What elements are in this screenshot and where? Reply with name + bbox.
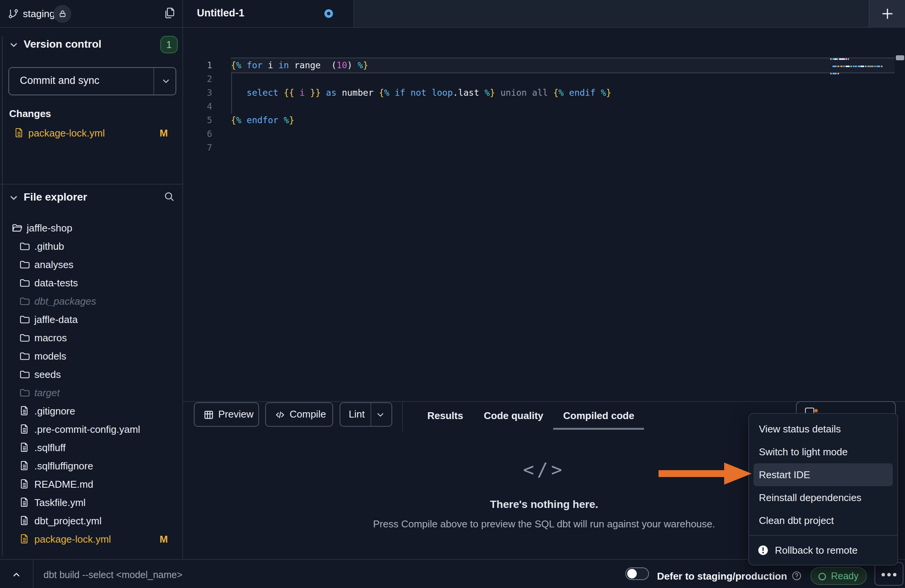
file-tree: jaffle-shop.githubanalysesdata-testsdbt_… — [0, 219, 182, 557]
tab-title: Untitled-1 — [197, 7, 245, 19]
changed-file-row[interactable]: package-lock.yml M — [0, 125, 182, 142]
tab-results[interactable]: Results — [427, 408, 463, 423]
file-item-.pre-commit-config.yaml[interactable]: .pre-commit-config.yaml — [0, 421, 182, 439]
menu-item-restart-ide[interactable]: Restart IDE — [754, 463, 893, 486]
lint-button[interactable]: Lint — [340, 402, 392, 427]
item-label: .sqlfluff — [34, 442, 66, 454]
file-icon — [19, 497, 30, 508]
file-item-.gitignore[interactable]: .gitignore — [0, 402, 182, 421]
tab-compiled-code[interactable]: Compiled code — [563, 408, 634, 423]
chevron-up-icon[interactable] — [11, 570, 21, 580]
item-label: .gitignore — [34, 405, 75, 417]
item-label: .pre-commit-config.yaml — [34, 424, 140, 435]
changes-count-badge: 1 — [160, 36, 178, 53]
file-icon — [14, 127, 24, 138]
copy-files-icon[interactable] — [164, 7, 176, 19]
compile-button[interactable]: Compile — [265, 402, 333, 427]
defer-toggle[interactable] — [625, 567, 649, 580]
ide-options-menu: View status detailsSwitch to light modeR… — [748, 413, 898, 566]
folder-item-.github[interactable]: .github — [0, 238, 182, 256]
menu-item-view-status-details[interactable]: View status details — [749, 418, 897, 440]
line-number: 1 — [183, 58, 212, 72]
file-icon — [19, 479, 30, 489]
chevron-down-icon[interactable] — [161, 76, 171, 86]
folder-item-data-tests[interactable]: data-tests — [0, 274, 182, 292]
panel-divider — [183, 401, 905, 402]
git-branch-icon — [8, 8, 19, 19]
tab-code-quality[interactable]: Code quality — [484, 408, 543, 423]
tab-untitled-1[interactable]: Untitled-1 — [183, 0, 354, 27]
folder-item-jaffle-data[interactable]: jaffle-data — [0, 311, 182, 329]
editor-scrollbar-thumb[interactable] — [896, 55, 904, 60]
command-input[interactable] — [43, 565, 372, 584]
chevron-down-icon[interactable] — [375, 410, 385, 420]
folder-icon — [19, 296, 31, 307]
commit-and-sync-button[interactable]: Commit and sync — [8, 67, 176, 95]
folder-item-target[interactable]: target — [0, 384, 182, 402]
lint-label: Lint — [349, 408, 365, 420]
question-circle-icon[interactable] — [791, 570, 802, 581]
folder-icon — [19, 241, 31, 252]
exclamation-circle-icon — [757, 545, 769, 556]
item-label: jaffle-shop — [27, 222, 72, 234]
file-item-dbt_project.yml[interactable]: dbt_project.yml — [0, 512, 182, 530]
item-label: Taskfile.yml — [34, 497, 85, 509]
minimap[interactable] — [830, 58, 893, 85]
menu-item-rollback-to-remote[interactable]: Rollback to remote — [749, 539, 897, 562]
folder-item-macros[interactable]: macros — [0, 329, 182, 347]
code-editor[interactable]: 1234567 {% for i in range (10) %} select… — [183, 28, 905, 401]
chevron-down-icon[interactable] — [8, 40, 19, 50]
menu-item-label: Clean dbt project — [759, 515, 834, 526]
file-icon — [19, 424, 30, 434]
file-item-.sqlfluff[interactable]: .sqlfluff — [0, 439, 182, 457]
item-label: macros — [34, 332, 67, 344]
table-icon — [203, 409, 214, 421]
file-item-.sqlfluffignore[interactable]: .sqlfluffignore — [0, 457, 182, 476]
chevron-down-icon[interactable] — [8, 193, 19, 203]
menu-item-clean-dbt-project[interactable]: Clean dbt project — [749, 509, 897, 532]
folder-item-seeds[interactable]: seeds — [0, 366, 182, 384]
new-tab-button[interactable] — [869, 0, 905, 27]
dbt-cloud-ide: staging Version control 1 Commit and syn… — [0, 0, 905, 588]
sidebar: staging Version control 1 Commit and syn… — [0, 0, 183, 559]
preview-button[interactable]: Preview — [194, 402, 259, 427]
file-item-README.md[interactable]: README.md — [0, 476, 182, 494]
menu-divider — [749, 535, 897, 536]
file-icon — [19, 442, 30, 453]
folder-icon — [19, 369, 31, 380]
menu-item-label: Reinstall dependencies — [759, 492, 862, 503]
menu-item-reinstall-dependencies[interactable]: Reinstall dependencies — [749, 486, 897, 509]
status-badge[interactable]: Ready — [810, 567, 867, 585]
item-label: .github — [34, 241, 64, 252]
folder-open-icon — [11, 222, 23, 234]
branch-name[interactable]: staging — [23, 8, 55, 20]
item-label: seeds — [34, 369, 61, 381]
folder-item-analyses[interactable]: analyses — [0, 256, 182, 274]
line-number: 7 — [183, 141, 212, 154]
file-item-Taskfile.yml[interactable]: Taskfile.yml — [0, 494, 182, 512]
folder-item-jaffle-shop[interactable]: jaffle-shop — [0, 219, 182, 238]
editor-tab-strip: Untitled-1 — [183, 0, 905, 28]
folder-icon — [19, 350, 31, 362]
search-icon[interactable] — [163, 191, 175, 202]
changes-heading: Changes — [9, 108, 51, 120]
toolbar-divider — [402, 401, 403, 431]
overflow-menu-button[interactable] — [874, 562, 903, 586]
split-divider — [370, 403, 371, 426]
line-number: 4 — [183, 100, 212, 113]
changed-file-name: package-lock.yml — [28, 127, 105, 139]
folder-icon — [19, 387, 31, 398]
file-item-package-lock.yml[interactable]: package-lock.ymlM — [0, 530, 182, 549]
item-label: jaffle-data — [34, 314, 78, 326]
folder-item-models[interactable]: models — [0, 347, 182, 366]
sidebar-scrollbar[interactable] — [2, 36, 3, 556]
item-label: target — [34, 387, 60, 399]
branch-bar: staging — [0, 0, 182, 28]
divider — [33, 560, 34, 588]
compile-label: Compile — [290, 408, 326, 420]
folder-item-dbt_packages[interactable]: dbt_packages — [0, 292, 182, 311]
line-number: 3 — [183, 86, 212, 100]
folder-icon — [19, 332, 31, 344]
menu-item-switch-to-light-mode[interactable]: Switch to light mode — [749, 440, 897, 463]
status-circle-icon — [817, 572, 827, 582]
